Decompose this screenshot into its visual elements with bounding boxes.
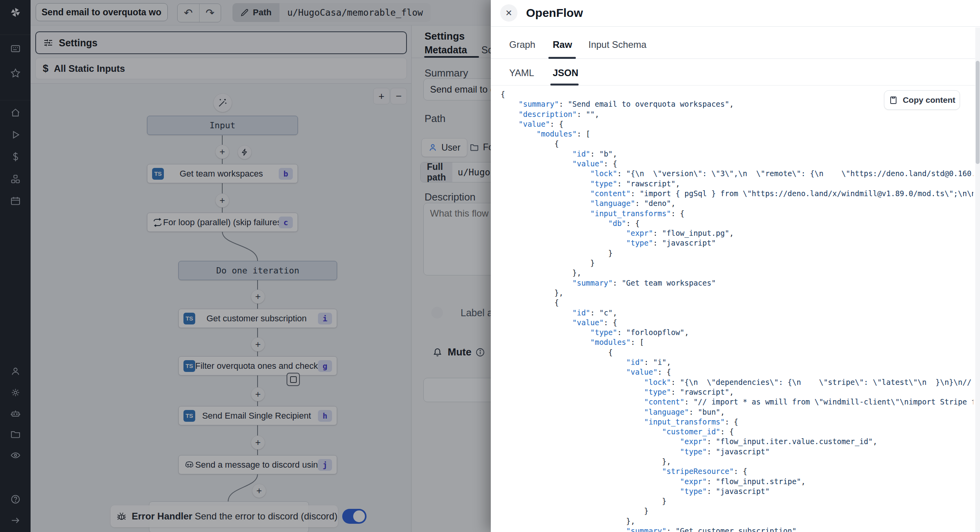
scrollbar-thumb[interactable]: [976, 61, 980, 164]
tab-raw[interactable]: Raw: [553, 39, 572, 50]
openflow-drawer: × OpenFlow Graph Raw Input Schema YAML J…: [491, 0, 980, 532]
subtab-json[interactable]: JSON: [553, 67, 578, 78]
tab-graph[interactable]: Graph: [509, 39, 535, 50]
close-icon[interactable]: ×: [500, 4, 517, 22]
windmill-flow-editor: ↶ ↷ Path u/HugoCasa/memorable_flow Setti…: [0, 0, 980, 532]
json-code[interactable]: { "summary": "Send email to overquota wo…: [501, 89, 973, 532]
drawer-title: OpenFlow: [526, 6, 583, 20]
tab-input-schema[interactable]: Input Schema: [588, 39, 646, 50]
subtab-yaml[interactable]: YAML: [509, 67, 534, 78]
